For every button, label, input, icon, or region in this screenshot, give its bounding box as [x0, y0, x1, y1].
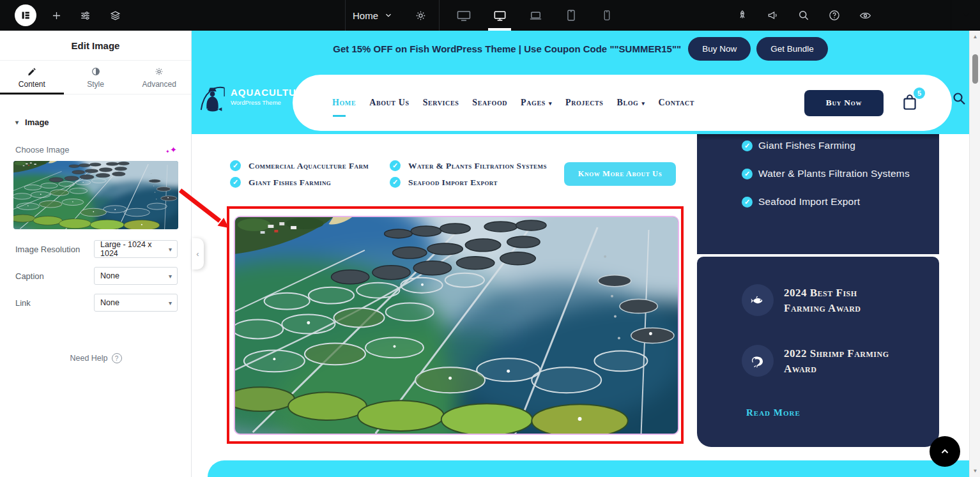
page-settings-button[interactable] [409, 0, 432, 31]
field-label: Link [15, 298, 31, 308]
panel-item-label: Seafood Import Export [758, 196, 860, 208]
shrimp-icon [749, 353, 766, 368]
image-resolution-select[interactable]: Large - 1024 x 1024 ▾ [94, 240, 178, 258]
check-icon: ✓ [742, 197, 753, 208]
elementor-logo[interactable] [15, 4, 36, 26]
tab-label: Content [19, 80, 45, 89]
scrollbar-up-arrow[interactable]: ▲ [970, 34, 980, 40]
help-circle-icon [828, 9, 841, 22]
panel-list-item: ✓ Seafood Import Export [742, 196, 860, 208]
page-selector[interactable]: Home [353, 0, 393, 31]
whats-new-button[interactable] [727, 0, 758, 31]
tab-content[interactable]: Content [0, 61, 64, 94]
check-icon: ✓ [742, 140, 753, 151]
publish-button[interactable]: Publish [884, 0, 951, 31]
tab-style[interactable]: Style [64, 61, 128, 94]
feature-item: ✓ Giant Fishes Farming [230, 177, 331, 188]
fish-icon [749, 292, 766, 308]
choose-image-label: Choose Image [15, 145, 70, 155]
device-tablet-button[interactable] [553, 0, 589, 31]
read-more-link[interactable]: Read More [746, 407, 800, 418]
site-settings-button[interactable] [75, 0, 95, 31]
nav-projects[interactable]: Projects [565, 98, 603, 108]
desktop-icon [493, 8, 507, 23]
eye-icon [859, 9, 872, 22]
panel-item-label: Giant Fishes Farming [758, 140, 855, 151]
panel-title: Edit Image [0, 31, 191, 60]
cart-button[interactable]: 5 [901, 93, 920, 113]
chevron-down-icon [961, 10, 971, 20]
feature-item: ✓ Commercial Aquaculture Farm [230, 160, 369, 171]
choose-image-row: Choose Image ✦ ✦ [0, 145, 191, 155]
tablet-icon [564, 8, 578, 22]
need-help-label: Need Help [70, 354, 107, 363]
device-laptop-button[interactable] [517, 0, 553, 31]
link-field: Link None ▾ [0, 294, 192, 312]
nav-contact[interactable]: Contact [659, 98, 694, 108]
caret-down-icon: ▾ [169, 299, 172, 307]
feature-item: ✓ Seafood Import Export [390, 177, 498, 188]
check-icon: ✓ [390, 177, 401, 188]
select-value: None [100, 271, 119, 280]
scroll-to-top-button[interactable] [930, 436, 960, 467]
add-element-button[interactable] [46, 0, 66, 31]
need-help-link[interactable]: Need Help ? [0, 353, 192, 363]
editor-topbar: Home [0, 0, 980, 31]
publish-options-button[interactable] [951, 0, 980, 31]
link-select[interactable]: None ▾ [94, 294, 178, 312]
device-desktop-button[interactable] [482, 0, 517, 31]
sliders-icon [79, 10, 91, 22]
tab-advanced[interactable]: Advanced [127, 61, 191, 94]
nav-pages[interactable]: Pages▾ [521, 98, 552, 108]
help-button[interactable] [819, 0, 850, 31]
caption-select[interactable]: None ▾ [94, 267, 178, 285]
feature-label: Giant Fishes Farming [249, 178, 331, 188]
contrast-icon [91, 66, 101, 77]
selected-image-widget[interactable] [234, 216, 679, 435]
mobile-icon [601, 9, 613, 22]
panel-item-label: Water & Plants Filtration Systems [758, 168, 910, 179]
banner-buy-now-button[interactable]: Buy Now [688, 37, 751, 61]
nav-blog[interactable]: Blog▾ [617, 98, 645, 108]
banner-get-bundle-button[interactable]: Get Bundle [756, 37, 828, 61]
nav-about-us[interactable]: About Us [369, 98, 409, 108]
layers-icon [109, 10, 121, 22]
finder-button[interactable] [788, 0, 819, 31]
megaphone-icon [767, 9, 779, 22]
section-title: Image [25, 117, 49, 127]
nav-home[interactable]: Home [332, 98, 356, 108]
scrollbar-down-arrow[interactable]: ▼ [970, 468, 980, 474]
know-more-button[interactable]: Know More About Us [564, 162, 676, 186]
fisherman-logo-icon [198, 81, 226, 112]
next-section-top [208, 460, 969, 477]
topbar-divider [345, 0, 346, 31]
main-navigation: Home About Us Services Seafood Pages▾ Pr… [293, 75, 952, 131]
header-search-button[interactable] [952, 91, 967, 107]
ai-sparkle-icon[interactable]: ✦ ✦ [170, 145, 177, 155]
preview-changes-button[interactable] [850, 0, 880, 31]
image-section-toggle[interactable]: ▾ Image [0, 117, 191, 127]
site-header: AQUACULTURE WordPress Theme Home About U… [192, 67, 969, 134]
nav-pages-label: Pages [521, 98, 546, 107]
feature-item: ✓ Water & Plants Filtration Systems [390, 160, 547, 171]
device-mobile-button[interactable] [589, 0, 625, 31]
caret-down-icon: ▾ [169, 273, 172, 280]
nav-seafood[interactable]: Seafood [472, 98, 507, 108]
feature-label: Seafood Import Export [408, 178, 498, 188]
fish-award-icon [742, 284, 774, 316]
preview-scrollbar[interactable]: ▲ ▼ [969, 31, 980, 477]
header-buy-now-button[interactable]: Buy Now [804, 90, 884, 116]
publish-label: Publish [901, 10, 933, 21]
nav-services[interactable]: Services [423, 98, 459, 108]
edit-image-panel: Edit Image Content Style Advanced ▾ Imag… [0, 31, 192, 477]
rocket-icon [736, 9, 749, 22]
gear-icon [154, 66, 164, 77]
pencil-icon [27, 66, 37, 77]
device-widescreen-button[interactable] [446, 0, 482, 31]
promotion-button[interactable] [758, 0, 788, 31]
award-title: 2022 Shrimp Farming Award [784, 346, 896, 377]
panel-collapse-handle[interactable]: ‹ [192, 238, 204, 269]
image-thumbnail[interactable] [13, 161, 178, 229]
scrollbar-thumb[interactable] [972, 54, 978, 84]
structure-button[interactable] [105, 0, 125, 31]
